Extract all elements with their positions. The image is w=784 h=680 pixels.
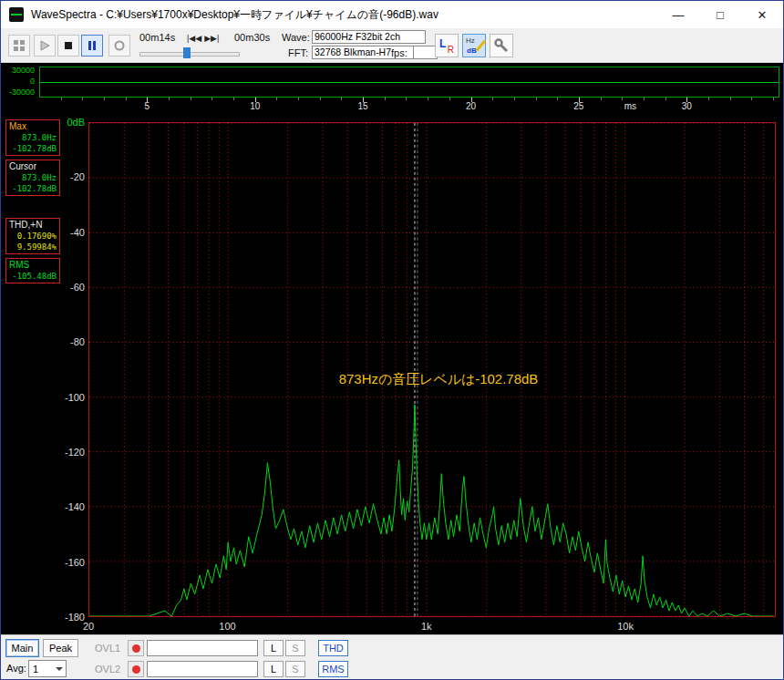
- wave-axis-tick: [622, 98, 623, 100]
- close-button[interactable]: ✕: [741, 1, 783, 28]
- rms-toggle-button[interactable]: RMS: [318, 661, 348, 677]
- thd-readout: THD,+N 0.17690% 9.59984%: [5, 218, 60, 254]
- window-title: WaveSpectra - C:¥Users¥1700x¥Desktop¥一時フ…: [31, 7, 438, 23]
- channel-l-label: L: [439, 37, 446, 50]
- thd-value-1: 0.17690%: [9, 231, 57, 242]
- wave-y-zero: 0: [1, 77, 35, 86]
- axis-unit-button[interactable]: Hz dB: [462, 34, 486, 57]
- pause-button[interactable]: [81, 35, 103, 57]
- waveform-display[interactable]: [39, 67, 779, 98]
- avg-value: 1: [29, 664, 52, 675]
- spectrum-plot[interactable]: 873Hzの音圧レベルは-102.78dB: [88, 122, 776, 617]
- fps-input[interactable]: [413, 46, 438, 59]
- play-button[interactable]: [34, 35, 56, 57]
- wave-axis-tick: [730, 98, 731, 100]
- max-freq-value: 873.0Hz: [9, 132, 57, 143]
- ovl2-file-input[interactable]: [147, 661, 258, 677]
- wave-axis-tick: [601, 98, 602, 100]
- thd-toggle-button[interactable]: THD: [318, 640, 348, 656]
- stop-button[interactable]: [57, 35, 79, 57]
- settings-button[interactable]: [490, 34, 513, 57]
- spectrum-svg: 873Hzの音圧レベルは-102.78dB: [89, 123, 775, 616]
- circle-icon: [113, 39, 126, 52]
- window-layout-button[interactable]: [8, 35, 30, 57]
- wave-axis-label: 15: [354, 101, 372, 111]
- db-label: dB: [467, 46, 477, 55]
- maximize-button[interactable]: □: [699, 1, 741, 28]
- time-total: 00m30s: [234, 32, 270, 43]
- ovl1-s-button[interactable]: S: [285, 640, 305, 656]
- pencil-icon: [476, 40, 486, 52]
- spectrum-area: Max 873.0Hz -102.78dB Cursor 873.0Hz -10…: [1, 112, 783, 634]
- wave-axis-tick: [536, 98, 537, 100]
- y-axis-label: -160: [54, 557, 85, 568]
- ovl2-button[interactable]: OVL2: [95, 664, 120, 675]
- transport-cluster[interactable]: |◀◀ ▶▶|: [187, 34, 219, 43]
- position-slider[interactable]: [138, 46, 242, 59]
- annotation-text: 873Hzの音圧レベルは-102.78dB: [339, 371, 539, 386]
- avg-select[interactable]: 1: [28, 660, 67, 677]
- chevron-down-icon: [52, 661, 66, 676]
- titlebar: WaveSpectra - C:¥Users¥1700x¥Desktop¥一時フ…: [1, 1, 783, 28]
- wave-axis-label: 25: [570, 101, 588, 111]
- wave-axis-tick: [82, 98, 83, 100]
- main-tab-button[interactable]: Main: [5, 639, 39, 657]
- wave-axis-label: 20: [462, 101, 480, 111]
- wave-axis-tick: [428, 98, 428, 100]
- x-axis-label: 20: [75, 621, 102, 632]
- toolbar: 00m14s |◀◀ ▶▶| 00m30s Wave: 96000Hz F32b…: [1, 28, 783, 63]
- wave-axis-tick: [773, 98, 774, 100]
- channel-lr-button[interactable]: L R: [435, 34, 459, 57]
- seek-back-icon[interactable]: |◀◀: [187, 34, 201, 43]
- ovl2-l-button[interactable]: L: [263, 661, 284, 677]
- wave-y-min: -30000: [1, 88, 35, 97]
- pause-icon: [86, 39, 98, 52]
- wave-axis-label: 5: [138, 101, 156, 111]
- wave-axis-tick: [557, 98, 558, 100]
- play-icon: [38, 39, 51, 52]
- wave-axis-tick: [406, 98, 407, 100]
- wave-axis-tick: [449, 98, 450, 100]
- ovl1-button[interactable]: OVL1: [95, 643, 120, 654]
- ovl2-indicator-button[interactable]: [128, 661, 144, 677]
- wave-label: Wave:: [282, 32, 310, 43]
- max-readout-label: Max: [9, 121, 57, 132]
- channel-r-label: R: [448, 45, 454, 55]
- ovl1-file-input[interactable]: [147, 640, 258, 656]
- seek-forward-icon[interactable]: ▶▶|: [204, 34, 219, 43]
- cursor-readout: Cursor 873.0Hz -102.78dB: [5, 160, 60, 196]
- ovl1-indicator-button[interactable]: [128, 640, 144, 656]
- wave-y-max: 30000: [1, 66, 35, 75]
- wavespectra-window: WaveSpectra - C:¥Users¥1700x¥Desktop¥一時フ…: [0, 0, 784, 680]
- fft-format-field: 32768 Blkman-H7: [312, 46, 426, 59]
- thd-value-2: 9.59984%: [9, 242, 57, 252]
- red-dot-icon: [132, 644, 140, 653]
- rms-readout: RMS -105.48dB: [5, 258, 60, 283]
- ovl2-s-button[interactable]: S: [285, 661, 305, 677]
- y-axis-label: 0dB: [54, 117, 85, 128]
- minimize-button[interactable]: —: [657, 1, 699, 28]
- wave-axis-tick: [385, 98, 386, 100]
- cursor-freq-value: 873.0Hz: [9, 172, 57, 183]
- wrench-icon: [492, 36, 511, 55]
- max-level-value: -102.78dB: [9, 143, 57, 154]
- wave-axis-tick: [341, 98, 342, 100]
- wave-axis-tick: [211, 98, 212, 100]
- wave-axis-tick: [104, 98, 105, 100]
- y-axis-label: -140: [54, 501, 85, 512]
- y-axis-label: -120: [54, 447, 85, 458]
- x-axis-label: 100: [214, 621, 242, 632]
- avg-label: Avg:: [6, 663, 26, 674]
- stop-icon: [62, 39, 75, 52]
- y-axis-label: -100: [54, 392, 85, 403]
- wave-axis-tick: [492, 98, 493, 100]
- fft-label: FFT:: [288, 47, 308, 58]
- peak-tab-button[interactable]: Peak: [43, 639, 78, 657]
- waveform-strip: 30000 0 -30000 51015202530ms: [1, 63, 783, 112]
- repeat-button[interactable]: [108, 35, 130, 57]
- ovl1-l-button[interactable]: L: [263, 640, 284, 656]
- y-axis-label: -60: [54, 282, 85, 293]
- red-dot-icon: [132, 665, 140, 674]
- slider-thumb[interactable]: [183, 47, 191, 58]
- wave-axis-tick: [61, 98, 62, 100]
